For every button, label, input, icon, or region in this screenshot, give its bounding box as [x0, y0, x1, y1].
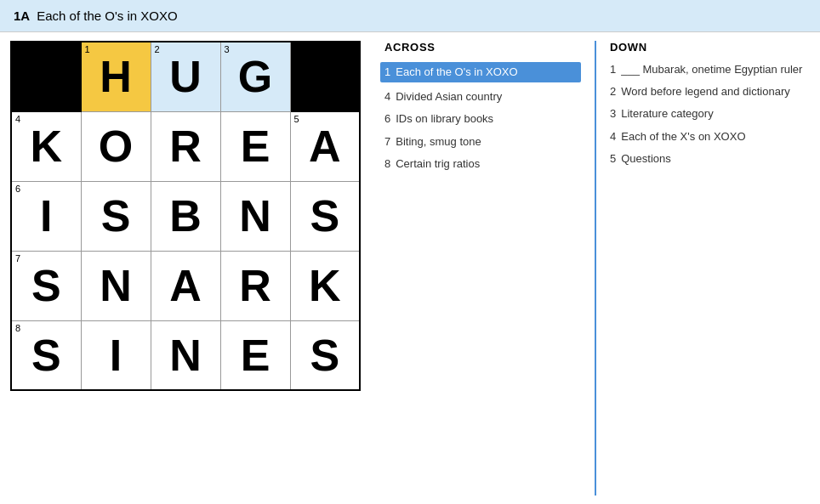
cell-letter-r3-c2: A — [169, 261, 202, 310]
cell-letter-r1-c3: E — [241, 122, 270, 171]
crossword-grid[interactable]: 1H2U3G4KORE5A6ISBNS7SNARK8SINES — [10, 41, 361, 391]
main-content: 1H2U3G4KORE5A6ISBNS7SNARK8SINES ACROSS 1… — [0, 32, 820, 504]
clue-num-across-1: 1 — [384, 65, 390, 80]
across-column: ACROSS 1Each of the O's in XOXO4Divided … — [371, 41, 595, 496]
cell-r2-c2[interactable]: B — [151, 181, 220, 251]
top-clue-text: Each of the O's in XOXO — [37, 8, 177, 23]
across-clue-8[interactable]: 8Certain trig ratios — [384, 156, 581, 172]
down-clues-list: 1___ Mubarak, onetime Egyptian ruler2Wor… — [610, 62, 806, 167]
cell-r0-c2[interactable]: 2U — [151, 42, 220, 111]
clues-panel: ACROSS 1Each of the O's in XOXO4Divided … — [371, 32, 820, 504]
clue-text-across-6: IDs on library books — [396, 111, 493, 127]
cell-r3-c4[interactable]: K — [290, 251, 360, 320]
cell-letter-r2-c1: S — [101, 191, 131, 241]
down-clue-3[interactable]: 3Literature category — [610, 106, 806, 122]
across-clue-7[interactable]: 7Biting, smug tone — [384, 134, 581, 150]
cell-letter-r1-c0: K — [30, 122, 62, 171]
across-title: ACROSS — [384, 41, 581, 54]
cell-r1-c1[interactable]: O — [81, 111, 151, 181]
cell-r2-c0[interactable]: 6I — [11, 181, 81, 251]
cell-letter-r0-c1: H — [100, 52, 132, 101]
cell-r4-c1[interactable]: I — [81, 320, 151, 390]
cell-r0-c1[interactable]: 1H — [81, 42, 151, 111]
down-clue-5[interactable]: 5Questions — [610, 151, 806, 167]
clue-text-down-5: Questions — [621, 151, 671, 167]
cell-letter-r3-c0: S — [31, 261, 61, 310]
across-clue-4[interactable]: 4Divided Asian country — [384, 89, 581, 105]
clue-text-across-8: Certain trig ratios — [396, 156, 480, 172]
clue-text-down-4: Each of the X's on XOXO — [621, 129, 745, 144]
cell-number-r4-c0: 8 — [15, 324, 20, 333]
cell-letter-r4-c1: I — [110, 331, 122, 380]
down-clue-2[interactable]: 2Word before legend and dictionary — [610, 84, 806, 99]
clue-text-across-1: Each of the O's in XOXO — [396, 65, 517, 80]
cell-letter-r4-c3: E — [241, 331, 270, 380]
cell-r3-c1[interactable]: N — [81, 251, 151, 320]
cell-r3-c0[interactable]: 7S — [11, 251, 81, 320]
cell-number-r0-c1: 1 — [85, 45, 90, 54]
clue-num-across-8: 8 — [384, 156, 390, 172]
cell-r0-c4[interactable] — [290, 42, 360, 111]
clue-num-down-5: 5 — [610, 151, 616, 167]
cell-r2-c4[interactable]: S — [290, 181, 360, 251]
cell-number-r1-c4: 5 — [294, 115, 299, 124]
cell-letter-r4-c2: N — [169, 331, 202, 380]
cell-letter-r2-c2: B — [169, 191, 202, 241]
cell-letter-r3-c1: N — [100, 261, 132, 310]
cell-number-r0-c3: 3 — [225, 45, 230, 54]
cell-r4-c3[interactable]: E — [220, 320, 290, 390]
clue-text-down-2: Word before legend and dictionary — [621, 84, 790, 99]
cell-letter-r1-c4: A — [309, 122, 341, 171]
clue-num-down-1: 1 — [610, 62, 616, 77]
cell-letter-r1-c2: R — [169, 122, 202, 171]
cell-r3-c2[interactable]: A — [151, 251, 220, 320]
top-clue-number: 1A — [14, 8, 30, 23]
cell-r4-c2[interactable]: N — [151, 320, 220, 390]
cell-letter-r2-c3: N — [239, 191, 271, 241]
clue-num-across-4: 4 — [384, 89, 390, 105]
clue-num-down-2: 2 — [610, 84, 616, 99]
cell-letter-r2-c4: S — [310, 191, 339, 241]
cell-r4-c0[interactable]: 8S — [11, 320, 81, 390]
cell-letter-r0-c3: G — [238, 52, 272, 101]
clue-num-across-6: 6 — [384, 111, 390, 127]
cell-r3-c3[interactable]: R — [220, 251, 290, 320]
cell-number-r0-c2: 2 — [155, 45, 160, 54]
across-clues-list: 1Each of the O's in XOXO4Divided Asian c… — [384, 62, 581, 172]
cell-r4-c4[interactable]: S — [290, 320, 360, 390]
cell-letter-r3-c3: R — [239, 261, 271, 310]
cell-letter-r4-c0: S — [31, 331, 61, 380]
cell-letter-r0-c2: U — [169, 52, 202, 101]
cell-r1-c4[interactable]: 5A — [290, 111, 360, 181]
cell-r2-c1[interactable]: S — [81, 181, 151, 251]
cell-r1-c2[interactable]: R — [151, 111, 220, 181]
cell-letter-r3-c4: K — [309, 261, 341, 310]
cell-number-r3-c0: 7 — [15, 254, 20, 263]
clue-text-down-1: ___ Mubarak, onetime Egyptian ruler — [621, 62, 802, 77]
across-clue-6[interactable]: 6IDs on library books — [384, 111, 581, 127]
cell-number-r2-c0: 6 — [15, 184, 20, 194]
cell-r1-c3[interactable]: E — [220, 111, 290, 181]
cell-number-r1-c0: 4 — [15, 115, 20, 124]
down-clue-4[interactable]: 4Each of the X's on XOXO — [610, 129, 806, 144]
cell-letter-r2-c0: I — [40, 191, 52, 241]
clue-text-down-3: Literature category — [621, 106, 713, 122]
clue-text-across-4: Divided Asian country — [396, 89, 502, 105]
cell-r1-c0[interactable]: 4K — [11, 111, 81, 181]
down-column: DOWN 1___ Mubarak, onetime Egyptian rule… — [596, 41, 820, 496]
down-clue-1[interactable]: 1___ Mubarak, onetime Egyptian ruler — [610, 62, 806, 77]
cell-r0-c3[interactable]: 3G — [220, 42, 290, 111]
clue-num-down-4: 4 — [610, 129, 616, 144]
cell-letter-r1-c1: O — [99, 122, 133, 171]
cell-r2-c3[interactable]: N — [220, 181, 290, 251]
cell-r0-c0[interactable] — [11, 42, 81, 111]
clue-num-down-3: 3 — [610, 106, 616, 122]
clue-text-across-7: Biting, smug tone — [396, 134, 481, 150]
clue-num-across-7: 7 — [384, 134, 390, 150]
grid-area: 1H2U3G4KORE5A6ISBNS7SNARK8SINES — [0, 32, 371, 504]
cell-letter-r4-c4: S — [310, 331, 339, 380]
down-title: DOWN — [610, 41, 806, 54]
across-clue-1[interactable]: 1Each of the O's in XOXO — [380, 62, 581, 82]
top-clue-bar: 1AEach of the O's in XOXO — [0, 0, 820, 32]
